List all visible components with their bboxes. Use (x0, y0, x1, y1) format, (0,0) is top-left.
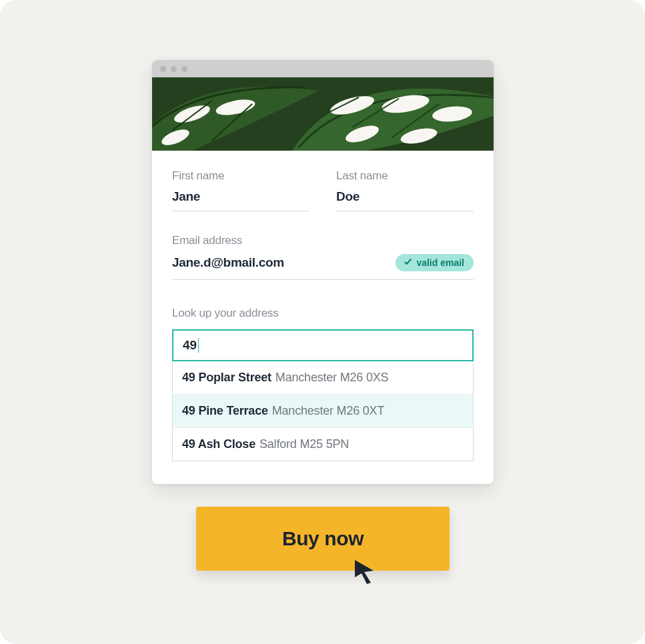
suggestion-secondary: Manchester M26 0XT (272, 404, 384, 418)
window-dot-icon (181, 66, 187, 72)
address-suggestion[interactable]: 49 Poplar StreetManchester M26 0XS (173, 361, 473, 394)
window-titlebar (152, 60, 494, 77)
address-suggestions-dropdown: 49 Poplar StreetManchester M26 0XS49 Pin… (172, 361, 474, 461)
suggestion-secondary: Salford M25 5PN (259, 437, 349, 451)
valid-email-text: valid email (416, 257, 464, 268)
browser-window: First name Jane Last name Doe Email addr… (152, 60, 494, 484)
buy-now-label: Buy now (282, 527, 364, 550)
suggestion-secondary: Manchester M26 0XS (275, 371, 388, 385)
checkout-form: First name Jane Last name Doe Email addr… (152, 151, 494, 484)
email-input[interactable]: Jane.d@bmail.com (172, 255, 284, 270)
first-name-label: First name (172, 169, 309, 183)
address-search-value: 49 (183, 338, 197, 353)
canvas: First name Jane Last name Doe Email addr… (0, 0, 645, 644)
last-name-field[interactable]: Last name Doe (336, 169, 474, 211)
suggestion-primary: 49 Pine Terrace (182, 404, 268, 418)
last-name-input[interactable]: Doe (336, 189, 474, 211)
suggestion-primary: 49 Poplar Street (182, 371, 271, 385)
valid-email-badge: valid email (396, 254, 474, 271)
buy-now-button[interactable]: Buy now (196, 507, 450, 571)
address-suggestion[interactable]: 49 Ash CloseSalford M25 5PN (173, 427, 473, 461)
hero-image (152, 77, 494, 151)
window-dot-icon (171, 66, 177, 72)
last-name-label: Last name (336, 169, 474, 183)
first-name-field[interactable]: First name Jane (172, 169, 309, 211)
address-search-input[interactable]: 49 (172, 329, 474, 361)
text-caret-icon (198, 338, 199, 353)
cursor-icon (351, 557, 378, 584)
email-label: Email address (172, 234, 474, 247)
check-icon (404, 257, 412, 268)
address-suggestion[interactable]: 49 Pine TerraceManchester M26 0XT (173, 394, 473, 427)
window-dot-icon (160, 66, 166, 72)
suggestion-primary: 49 Ash Close (182, 437, 255, 451)
address-lookup-label: Look up your address (172, 307, 474, 320)
first-name-input[interactable]: Jane (172, 189, 309, 211)
